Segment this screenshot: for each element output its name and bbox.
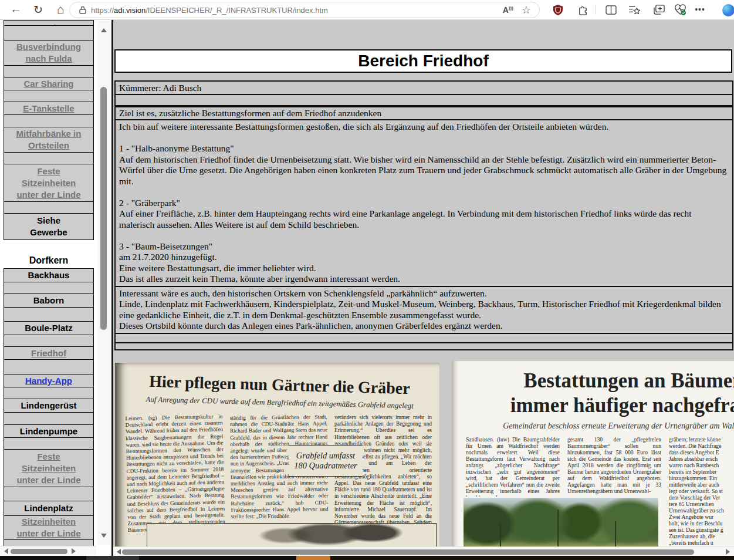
sidebar-heading-dorfkern: Dorfkern	[4, 240, 94, 268]
sidebar-item-friedhof[interactable]: Friedhof	[4, 347, 93, 360]
article1-headline: Hier pflegen nun Gärtner die Gräber	[131, 372, 428, 399]
favorites-bar-icon[interactable]	[627, 2, 642, 18]
sidebar-table-infrastruktur: Bürgerbüro Busverbindung nach Fulda Car …	[4, 20, 94, 240]
paragraph	[119, 133, 729, 144]
description-table: Ziel ist es, zusätzliche Bestattungsform…	[114, 106, 733, 350]
sidebar-item-handy-app[interactable]: Handy-App	[4, 375, 93, 387]
closing-line: Interessant wäre es auch, den historisch…	[119, 288, 729, 299]
sidebar-item-lindengeruest: Lindengerüst	[4, 399, 93, 413]
empty-row	[116, 334, 732, 343]
sidebar-spacer	[4, 335, 93, 347]
sidebar-item-buergerbuero[interactable]: Bürgerbüro	[4, 21, 93, 26]
article1-pull-quote: Grabfeld umfasst 180 Quadratmeter	[289, 445, 363, 477]
sidebar-spacer	[4, 387, 93, 399]
sidebar-item-lindenplatz: Lindenplatz	[4, 501, 93, 516]
favorite-star-icon[interactable]: ☆	[522, 4, 531, 16]
closing-paragraphs: Interessant wäre es auch, den historisch…	[116, 287, 732, 334]
scroll-up-arrow-icon[interactable]	[101, 28, 107, 32]
sidebar-item-baborn: Baborn	[4, 294, 93, 308]
scroll-left-arrow-icon[interactable]	[4, 548, 8, 554]
article2-headline-line2: immer häufiger nachgefragt	[464, 394, 734, 417]
sidebar-vertical-scrollbar[interactable]	[98, 21, 110, 545]
sidebar-spacer	[4, 487, 93, 501]
paragraph: 2 - "Gräberpark"	[119, 198, 729, 209]
paragraph: am 21.7.2020 hinzugefügt.	[119, 252, 729, 263]
main-hscrollbar-thumb[interactable]	[122, 549, 694, 555]
paragraph	[119, 230, 729, 241]
scroll-down-arrow-icon[interactable]	[101, 534, 107, 538]
paragraph: Auf dem historischen Friedhof findet die…	[119, 154, 729, 187]
sidebar-table-dorfkern: Backhaus Baborn Boule-Platz Friedhof Han…	[4, 268, 94, 549]
sidebar-spacer	[4, 360, 93, 375]
newspaper-image-baumbestattung: Bestattungen an Bäumen immer häufiger na…	[452, 361, 734, 556]
ublock-shield-icon[interactable]	[550, 2, 566, 18]
lock-icon	[79, 6, 86, 14]
taskbar-segment	[330, 556, 734, 560]
article2-subhead: Gemeinderat beschloss erneute Erweiterun…	[464, 421, 734, 431]
sidebar-spacer	[4, 90, 93, 102]
empty-row	[116, 95, 732, 105]
sidebar-horizontal-scrollbar[interactable]	[0, 546, 96, 556]
paragraph: Eine weitere Bestattungsart, die immer b…	[119, 263, 729, 274]
extensions-puzzle-icon[interactable]	[575, 2, 590, 18]
scroll-right-arrow-icon[interactable]	[72, 548, 76, 554]
sidebar-spacer	[4, 413, 93, 425]
taskbar-segment	[86, 556, 139, 560]
url-text[interactable]: https://adi.vision/IDEENSPEICHER/_R_/INF…	[91, 6, 328, 15]
sidebar-item-car-sharing[interactable]: Car Sharing	[4, 77, 93, 90]
caretaker-table: Kümmerer: Adi Busch	[114, 80, 733, 106]
sidebar-item-e-tankstelle[interactable]: E-Tankstelle	[4, 102, 93, 115]
paragraph: 1 - "Halb-anonyme Bestattung"	[119, 143, 729, 154]
home-icon[interactable]: ⌂	[52, 1, 69, 18]
sidebar-hscrollbar-thumb[interactable]	[11, 549, 67, 554]
sidebar-spacer	[4, 438, 93, 450]
browser-toolbar: ← ↻ ⌂ https://adi.vision/IDEENSPEICHER/_…	[0, 0, 734, 20]
navigation-sidebar: Bürgerbüro Busverbindung nach Fulda Car …	[0, 20, 111, 556]
refresh-icon[interactable]: ↻	[29, 1, 47, 18]
sidebar-item-feste-sitzeinheiten-2[interactable]: Feste Sitzeinheiten unter der Linde	[4, 450, 93, 487]
sidebar-item-feste-sitzeinheiten-1[interactable]: Feste Sitzeinheiten unter der Linde	[4, 164, 93, 202]
sidebar-spacer	[4, 282, 93, 294]
page-title: Bereich Friedhof	[114, 49, 732, 73]
sidebar-item-mitfahrbaenke[interactable]: Mitfahrbänke in Ortsteilen	[4, 127, 93, 153]
newspaper-image-gaertner-graeber: Hier pflegen nun Gärtner die Gräber Auf …	[115, 363, 439, 556]
closing-line: Linde, Lindenplatz mit Fachwerkhäusern, …	[119, 299, 729, 321]
browser-essentials-icon[interactable]	[672, 2, 688, 18]
taskbar-segment-orange	[296, 556, 330, 560]
sidebar-item-sitzeinheiten-linde[interactable]: Sitzeinheiten unter der Linde	[4, 516, 93, 540]
paragraph: 3 - "Baum-Beisetzungen"	[119, 241, 729, 252]
sidebar-spacer	[4, 26, 93, 41]
sidebar-item-busverbindung[interactable]: Busverbindung nach Fulda	[4, 41, 93, 66]
sidebar-scrollbar-thumb[interactable]	[100, 87, 107, 330]
sidebar-spacer	[4, 202, 93, 214]
article2-headline-line1: Bestattungen an Bäumen	[464, 369, 734, 393]
article2-column-3: gräbern; letztere könne werden. Die Nach…	[669, 436, 734, 556]
copilot-icon[interactable]	[721, 2, 734, 18]
sidebar-spacer	[4, 153, 93, 164]
paragraph: Auf einer Freifläche, z.B. hinter dem Ha…	[119, 208, 729, 230]
sidebar-item-backhaus: Backhaus	[4, 269, 93, 282]
collections-icon[interactable]	[651, 2, 667, 18]
address-bar[interactable]: https://adi.vision/IDEENSPEICHER/_R_/INF…	[69, 2, 540, 18]
goal-row: Ziel ist es, zusätzliche Bestattungsform…	[116, 107, 732, 120]
paragraph: Ich bin auf weitere interessante Bestatt…	[119, 122, 729, 133]
caretaker-row: Kümmerer: Adi Busch	[116, 82, 732, 95]
split-screen-icon[interactable]	[603, 2, 618, 18]
paragraph	[119, 187, 729, 198]
read-aloud-icon[interactable]: A)))	[503, 5, 513, 15]
tree-trunk	[557, 510, 559, 551]
sidebar-spacer	[4, 308, 93, 322]
sidebar-item-lindenpumpe: Lindenpumpe	[4, 425, 93, 438]
browser-window: { "browser": { "url": { "scheme": "https…	[0, 0, 734, 560]
scroll-right-arrow-icon[interactable]	[726, 549, 730, 555]
paragraph: Das ist alles zurzeit kein Thema, könnte…	[119, 274, 729, 285]
scroll-left-arrow-icon[interactable]	[117, 549, 121, 555]
article2-column-1: Sandhausen. (luw) Die Baumgrabfelder für…	[466, 436, 560, 497]
bottom-taskbar-sliver	[0, 556, 734, 560]
more-menu-icon[interactable]: •••	[691, 1, 709, 18]
back-icon[interactable]: ←	[7, 1, 25, 18]
main-horizontal-scrollbar[interactable]	[113, 546, 734, 556]
main-content-frame: Bereich Friedhof Kümmerer: Adi Busch Zie…	[113, 20, 734, 556]
sidebar-item-boule-platz: Boule-Platz	[4, 322, 93, 335]
article2-column-2: gesamt 130 der „pflegefreien Baumurnengr…	[567, 436, 661, 497]
